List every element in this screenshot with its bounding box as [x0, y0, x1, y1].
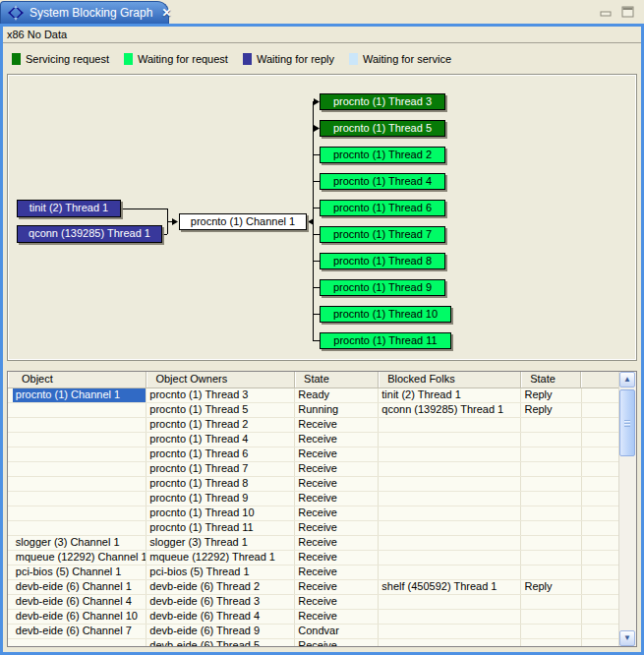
column-header-state[interactable]: State	[295, 372, 379, 387]
graph-node-thread[interactable]: procnto (1) Thread 3	[320, 93, 445, 110]
table-cell[interactable]	[582, 403, 619, 417]
table-row[interactable]: devb-eide (6) Channel 4devb-eide (6) Thr…	[8, 595, 619, 610]
table-row[interactable]: procnto (1) Thread 7Receive	[8, 462, 619, 477]
table-cell[interactable]	[379, 492, 521, 506]
table-row[interactable]: procnto (1) Thread 6Receive	[8, 447, 619, 462]
table-cell[interactable]: procnto (1) Thread 10	[146, 506, 295, 520]
table-cell[interactable]	[521, 447, 581, 461]
table-cell[interactable]: devb-eide (6) Thread 9	[146, 625, 295, 638]
table-cell[interactable]	[582, 639, 619, 646]
table-cell[interactable]: mqueue (12292) Channel 1	[13, 551, 147, 565]
table-cell[interactable]: devb-eide (6) Thread 3	[146, 595, 295, 609]
table-cell[interactable]: tinit (2) Thread 1	[379, 388, 521, 402]
table-cell[interactable]	[521, 566, 581, 579]
table-cell[interactable]	[379, 536, 521, 550]
table-cell[interactable]	[379, 610, 521, 624]
table-cell[interactable]	[521, 536, 581, 550]
table-cell[interactable]	[379, 625, 521, 638]
graph-node-channel[interactable]: procnto (1) Channel 1	[179, 213, 307, 230]
graph-node-thread[interactable]: procnto (1) Thread 4	[320, 173, 445, 190]
table-row[interactable]: procnto (1) Thread 10Receive	[8, 506, 619, 521]
graph-node-thread[interactable]: procnto (1) Thread 10	[320, 306, 451, 323]
table-cell[interactable]: Receive	[295, 551, 379, 565]
table-cell[interactable]: devb-eide (6) Thread 4	[146, 610, 295, 624]
table-cell[interactable]: Condvar	[295, 625, 379, 638]
table-row[interactable]: procnto (1) Channel 1procnto (1) Thread …	[8, 388, 619, 403]
minimize-icon[interactable]	[600, 7, 613, 19]
table-cell[interactable]: Receive	[295, 506, 379, 520]
table-cell[interactable]	[582, 551, 619, 565]
table-cell[interactable]: pci-bios (5) Thread 1	[146, 566, 295, 579]
table-cell[interactable]	[582, 447, 619, 461]
graph-node-thread[interactable]: procnto (1) Thread 11	[320, 332, 451, 349]
maximize-icon[interactable]	[621, 6, 635, 19]
table-cell[interactable]	[13, 447, 147, 461]
table-cell[interactable]: devb-eide (6) Channel 7	[13, 625, 147, 638]
table-cell[interactable]	[13, 403, 147, 417]
table-cell[interactable]	[582, 506, 619, 520]
table-cell[interactable]: Reply	[521, 403, 581, 417]
table-cell[interactable]	[379, 566, 521, 579]
table-cell[interactable]: Receive	[295, 462, 379, 476]
table-cell[interactable]: devb-eide (6) Thread 5	[146, 639, 295, 646]
table-cell[interactable]: Ready	[295, 388, 379, 402]
table-cell[interactable]: Receive	[295, 595, 379, 609]
table-cell[interactable]	[521, 477, 581, 491]
table-cell[interactable]	[521, 610, 581, 624]
table-cell[interactable]	[521, 506, 581, 520]
table-row[interactable]: slogger (3) Channel 1slogger (3) Thread …	[8, 536, 619, 551]
table-cell[interactable]	[379, 551, 521, 565]
table-row[interactable]: devb-eide (6) Thread 5Receive	[8, 639, 619, 646]
table-cell[interactable]	[379, 477, 521, 491]
table-cell[interactable]	[521, 595, 581, 609]
table-cell[interactable]	[379, 521, 521, 535]
vertical-scrollbar[interactable]: ▲ ▼	[618, 372, 636, 646]
table-cell[interactable]	[582, 521, 619, 535]
table-cell[interactable]: procnto (1) Thread 7	[146, 462, 295, 476]
table-cell[interactable]: Receive	[295, 610, 379, 624]
table-cell[interactable]: procnto (1) Thread 4	[146, 433, 295, 447]
table-cell[interactable]: procnto (1) Channel 1	[13, 388, 147, 402]
table-row[interactable]: devb-eide (6) Channel 7devb-eide (6) Thr…	[8, 625, 619, 639]
table-cell[interactable]	[582, 418, 619, 432]
table-row[interactable]: procnto (1) Thread 11Receive	[8, 521, 619, 536]
table-cell[interactable]: devb-eide (6) Thread 2	[146, 580, 295, 594]
table-row[interactable]: procnto (1) Thread 4Receive	[8, 433, 619, 447]
table-cell[interactable]: Receive	[295, 492, 379, 506]
table-cell[interactable]: procnto (1) Thread 8	[146, 477, 295, 491]
table-cell[interactable]	[582, 610, 619, 624]
table-cell[interactable]: procnto (1) Thread 9	[146, 492, 295, 506]
table-cell[interactable]: Receive	[295, 536, 379, 550]
table-cell[interactable]	[521, 551, 581, 565]
table-row[interactable]: procnto (1) Thread 9Receive	[8, 492, 619, 506]
table-cell[interactable]: Receive	[295, 418, 379, 432]
table-cell[interactable]	[521, 462, 581, 476]
table-cell[interactable]	[379, 506, 521, 520]
table-row[interactable]: procnto (1) Thread 8Receive	[8, 477, 619, 492]
table-cell[interactable]	[13, 433, 147, 447]
table-cell[interactable]: devb-eide (6) Channel 1	[13, 580, 147, 594]
scrollbar-thumb[interactable]	[619, 389, 635, 456]
table-cell[interactable]: Running	[295, 403, 379, 417]
graph-node-client[interactable]: tinit (2) Thread 1	[17, 200, 121, 217]
table-cell[interactable]	[379, 639, 521, 646]
table-row[interactable]: devb-eide (6) Channel 10devb-eide (6) Th…	[8, 610, 619, 625]
table-cell[interactable]	[379, 418, 521, 432]
table-cell[interactable]: Receive	[295, 521, 379, 535]
table-cell[interactable]	[582, 536, 619, 550]
table-cell[interactable]	[582, 462, 619, 476]
table-cell[interactable]: Reply	[521, 388, 581, 402]
table-cell[interactable]: procnto (1) Thread 3	[146, 388, 295, 402]
table-cell[interactable]: procnto (1) Thread 11	[146, 521, 295, 535]
table-cell[interactable]	[379, 447, 521, 461]
table-cell[interactable]: Receive	[295, 580, 379, 594]
table-cell[interactable]	[13, 639, 147, 646]
table-cell[interactable]	[13, 506, 147, 520]
table-cell[interactable]	[379, 433, 521, 447]
graph-node-thread[interactable]: procnto (1) Thread 5	[320, 120, 445, 137]
table-cell[interactable]: Receive	[295, 566, 379, 579]
table-cell[interactable]	[582, 625, 619, 638]
graph-node-client[interactable]: qconn (139285) Thread 1	[17, 225, 162, 243]
table-cell[interactable]: devb-eide (6) Channel 4	[13, 595, 147, 609]
table-cell[interactable]: shelf (450592) Thread 1	[379, 580, 521, 594]
